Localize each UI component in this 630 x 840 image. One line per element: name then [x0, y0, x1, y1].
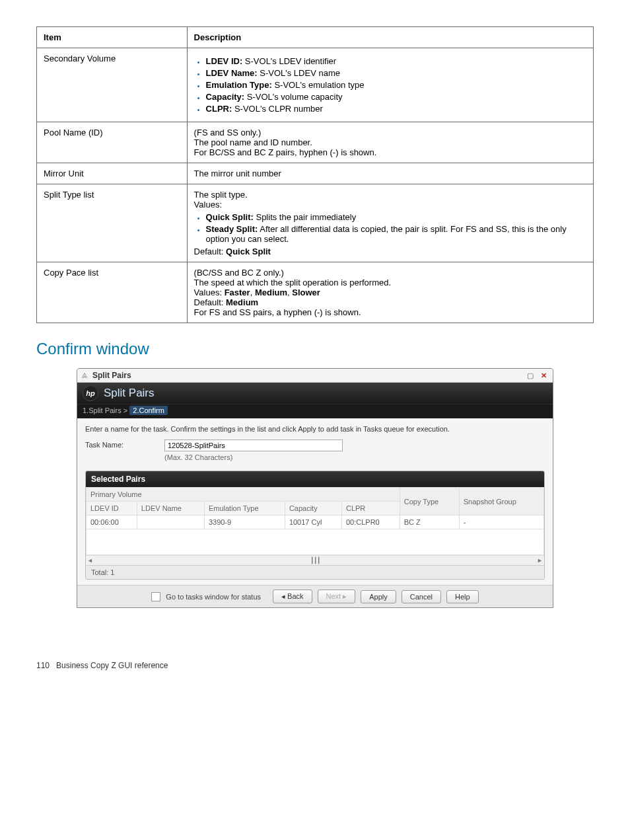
wizard-steps: 1.Split Pairs > 2.Confirm: [77, 404, 553, 418]
table-row: Split Type list The split type. Values: …: [37, 184, 594, 262]
chevron-right-icon: >: [123, 406, 127, 414]
section-title: Confirm window: [36, 340, 594, 358]
step-1[interactable]: 1.Split Pairs: [83, 406, 122, 414]
desc-list: LDEV ID: S-VOL's LDEV identifier LDEV Na…: [194, 56, 586, 114]
next-button: Next ▸: [318, 590, 356, 603]
goto-tasks-label: Go to tasks window for status: [166, 593, 261, 601]
selected-pairs-panel: Selected Pairs Primary Volume Copy Type …: [85, 471, 545, 580]
panel-title: Selected Pairs: [86, 471, 544, 487]
spec-table: Item Description Secondary Volume LDEV I…: [36, 26, 594, 323]
back-button[interactable]: ◂ Back: [273, 590, 312, 603]
cancel-button[interactable]: Cancel: [402, 590, 441, 603]
col-group-primary: Primary Volume: [87, 488, 400, 502]
step-2-current: 2.Confirm: [129, 406, 168, 415]
split-pairs-dialog: ⩓ Split Pairs ▢ ✕ hp Split Pairs 1.Split…: [77, 368, 553, 608]
help-button[interactable]: Help: [446, 590, 479, 603]
dialog-footer: Go to tasks window for status ◂ Back Nex…: [77, 585, 553, 607]
maximize-icon[interactable]: ▢: [525, 371, 536, 380]
table-row: Secondary Volume LDEV ID: S-VOL's LDEV i…: [37, 48, 594, 122]
dialog-title: Split Pairs: [92, 371, 131, 380]
apply-button[interactable]: Apply: [361, 590, 396, 603]
collapse-icon[interactable]: ⩓: [81, 371, 88, 379]
table-row: Mirror Unit The mirror unit number: [37, 163, 594, 184]
task-name-sublabel: (Max. 32 Characters): [164, 453, 343, 461]
total-label: Total: 1: [86, 565, 544, 579]
hp-logo-icon: hp: [83, 385, 98, 401]
table-row[interactable]: 00:06:00 3390-9 10017 Cyl 00:CLPR0 BC Z …: [87, 515, 544, 529]
scroll-left-icon[interactable]: ◄: [87, 557, 93, 564]
table-row: Copy Pace list (BC/SS and BC Z only.) Th…: [37, 262, 594, 323]
goto-tasks-checkbox[interactable]: [151, 592, 160, 601]
dialog-header: hp Split Pairs: [77, 383, 553, 404]
col-desc: Description: [187, 27, 593, 48]
col-item: Item: [37, 27, 188, 48]
dialog-titlebar: ⩓ Split Pairs ▢ ✕: [77, 369, 553, 383]
dialog-header-title: Split Pairs: [104, 387, 155, 400]
task-name-input[interactable]: [164, 439, 343, 451]
pairs-grid: Primary Volume Copy Type Snapshot Group …: [86, 487, 544, 565]
horizontal-scrollbar[interactable]: ◄ ┃┃┃ ►: [86, 555, 544, 565]
close-icon[interactable]: ✕: [538, 371, 549, 380]
task-name-label: Task Name:: [85, 439, 138, 449]
hint-text: Enter a name for the task. Confirm the s…: [85, 425, 545, 433]
scroll-right-icon[interactable]: ►: [537, 557, 543, 564]
page-footer: 110 Business Copy Z GUI reference: [36, 661, 594, 670]
table-row: Pool Name (ID) (FS and SS only.) The poo…: [37, 122, 594, 163]
